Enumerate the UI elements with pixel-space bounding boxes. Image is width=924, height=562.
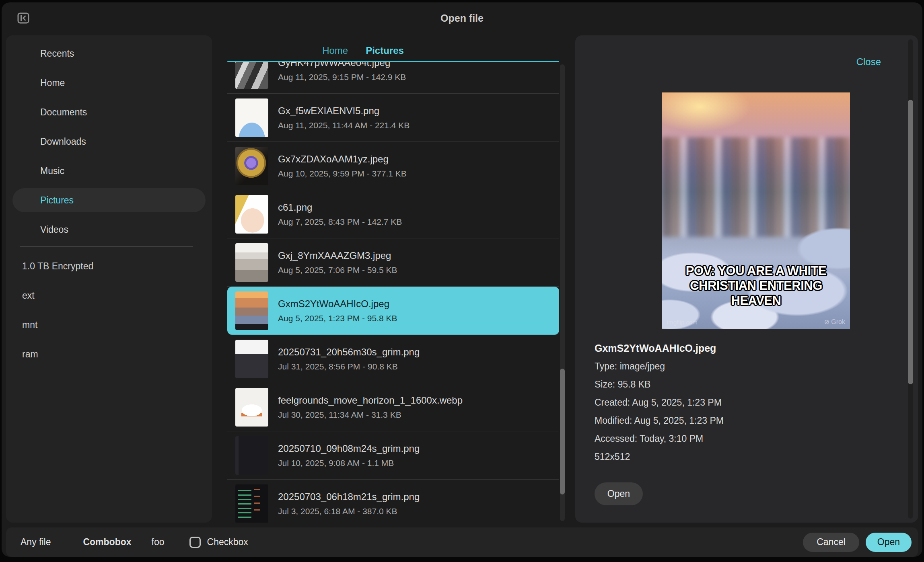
file-info: Gx7xZDAXoAAM1yz.jpegAug 10, 2025, 9:59 P…	[278, 154, 407, 178]
file-info: 20250731_20h56m30s_grim.pngJul 31, 2025,…	[278, 347, 420, 371]
file-thumbnail-bell-curve-chart	[235, 98, 268, 137]
file-row[interactable]: 20250731_20h56m30s_grim.pngJul 31, 2025,…	[227, 335, 559, 383]
file-row[interactable]: Gxj_8YmXAAAZGM3.jpegAug 5, 2025, 7:06 PM…	[227, 238, 559, 287]
sidebar-drives: 1.0 TB Encryptedextmntram	[6, 254, 212, 366]
file-meta: Aug 5, 2025, 1:23 PM - 95.8 KB	[278, 314, 397, 323]
file-name: feelgrounds_move_horizon_1_1600x.webp	[278, 395, 463, 406]
sidebar-item-recents[interactable]: Recents	[12, 41, 206, 66]
sidebar-drive-ext[interactable]: ext	[12, 283, 206, 308]
file-meta: Jul 30, 2025, 11:34 AM - 31.3 KB	[278, 410, 463, 420]
detail-lines: Type: image/jpegSize: 95.8 KBCreated: Au…	[595, 361, 724, 470]
sidebar-drive-ram[interactable]: ram	[12, 342, 206, 366]
sidebar-divider	[20, 246, 193, 247]
file-name: 20250710_09h08m24s_grim.png	[278, 443, 420, 454]
location-tabs: HomePictures	[227, 35, 559, 61]
meme-caption: POV: YOU ARE A WHITE CHRISTIAN ENTERING …	[664, 263, 848, 308]
footer-bar: Any file Combobox foo Checkbox Cancel Op…	[6, 527, 918, 557]
file-name: GyHK47pWWAAeo4t.jpeg	[278, 62, 406, 68]
sidebar-places: RecentsHomeDocumentsDownloadsMusicPictur…	[6, 41, 212, 242]
sidebar-drive-1-0-tb-encrypted[interactable]: 1.0 TB Encrypted	[12, 254, 206, 278]
file-meta: Aug 10, 2025, 9:59 PM - 377.1 KB	[278, 169, 407, 178]
file-meta: Jul 3, 2025, 6:18 AM - 387.0 KB	[278, 507, 420, 516]
file-name: 20250703_06h18m21s_grim.png	[278, 491, 420, 503]
file-browser: HomePictures GyHK47pWWAAeo4t.jpegAug 11,…	[227, 35, 559, 523]
file-thumbnail-crowd-meme	[235, 291, 268, 330]
sidebar-drive-mnt[interactable]: mnt	[12, 313, 206, 337]
places-sidebar: RecentsHomeDocumentsDownloadsMusicPictur…	[6, 35, 212, 523]
tab-home[interactable]: Home	[322, 45, 348, 56]
open-file-dialog: Open file RecentsHomeDocumentsDownloadsM…	[0, 0, 924, 562]
checkbox[interactable]	[189, 537, 201, 548]
file-info: c61.pngAug 7, 2025, 8:43 PM - 142.7 KB	[278, 202, 402, 227]
file-name: Gxj_8YmXAAAZGM3.jpeg	[278, 250, 397, 261]
file-row[interactable]: feelgrounds_move_horizon_1_1600x.webpJul…	[227, 383, 559, 431]
file-name: GxmS2YtWoAAHIcO.jpeg	[278, 298, 397, 310]
file-thumbnail-cat-photo	[235, 243, 268, 282]
file-info: 20250710_09h08m24s_grim.pngJul 10, 2025,…	[278, 443, 420, 468]
file-name: Gx_f5wEXIAENVI5.png	[278, 105, 410, 117]
file-info: GyHK47pWWAAeo4t.jpegAug 11, 2025, 9:15 P…	[278, 62, 406, 82]
dialog-title: Open file	[0, 12, 924, 24]
sidebar-item-downloads[interactable]: Downloads	[12, 129, 206, 154]
file-row[interactable]: 20250703_06h18m21s_grim.pngJul 3, 2025, …	[227, 480, 559, 523]
cancel-button[interactable]: Cancel	[803, 533, 859, 552]
sidebar-item-pictures[interactable]: Pictures	[12, 188, 206, 212]
preview-close-button[interactable]: Close	[856, 56, 881, 68]
file-name: Gx7xZDAXoAAM1yz.jpeg	[278, 154, 407, 165]
file-row[interactable]: c61.pngAug 7, 2025, 8:43 PM - 142.7 KB	[227, 190, 559, 238]
file-thumbnail-white-sneaker	[235, 388, 268, 427]
file-row[interactable]: Gx_f5wEXIAENVI5.pngAug 11, 2025, 11:44 A…	[227, 94, 559, 142]
file-list-scrollbar[interactable]	[560, 64, 565, 521]
file-meta: Jul 10, 2025, 9:08 AM - 1.1 MB	[278, 458, 420, 468]
file-name: 20250731_20h56m30s_grim.png	[278, 347, 420, 358]
file-list[interactable]: GyHK47pWWAAeo4t.jpegAug 11, 2025, 9:15 P…	[227, 62, 559, 523]
file-detail-line: Created: Aug 5, 2025, 1:23 PM	[595, 397, 724, 415]
preview-image: POV: YOU ARE A WHITE CHRISTIAN ENTERING …	[662, 92, 850, 329]
file-thumbnail-screenshot-light	[235, 340, 268, 378]
file-thumbnail-wojak-face	[235, 195, 268, 234]
combobox-value[interactable]: foo	[152, 537, 165, 548]
file-info: Gxj_8YmXAAAZGM3.jpegAug 5, 2025, 7:06 PM…	[278, 250, 397, 275]
sidebar-item-documents[interactable]: Documents	[12, 100, 206, 124]
file-row[interactable]: GxmS2YtWoAAHIcO.jpegAug 5, 2025, 1:23 PM…	[227, 287, 559, 335]
file-thumbnail-bw-crowd-photo	[235, 62, 268, 89]
file-meta: Jul 31, 2025, 8:56 PM - 90.8 KB	[278, 362, 420, 371]
sidebar-item-videos[interactable]: Videos	[12, 217, 206, 242]
file-list-scrollbar-thumb[interactable]	[560, 369, 565, 494]
file-info: Gx_f5wEXIAENVI5.pngAug 11, 2025, 11:44 A…	[278, 105, 410, 130]
file-meta: Aug 11, 2025, 11:44 AM - 221.4 KB	[278, 121, 410, 130]
open-button[interactable]: Open	[866, 533, 912, 552]
file-list-content: GyHK47pWWAAeo4t.jpegAug 11, 2025, 9:15 P…	[227, 62, 559, 523]
tab-pictures[interactable]: Pictures	[366, 45, 404, 56]
preview-scrollbar-thumb[interactable]	[908, 100, 913, 384]
file-info: 20250703_06h18m21s_grim.pngJul 3, 2025, …	[278, 491, 420, 516]
file-info: feelgrounds_move_horizon_1_1600x.webpJul…	[278, 395, 463, 420]
sidebar-item-home[interactable]: Home	[12, 71, 206, 95]
file-detail-line: Type: image/jpeg	[595, 361, 724, 379]
preview-panel: Close POV: YOU ARE A WHITE CHRISTIAN ENT…	[575, 35, 918, 523]
sidebar-item-music[interactable]: Music	[12, 159, 206, 183]
file-filter-selector[interactable]: Any file	[21, 537, 51, 548]
file-name: c61.png	[278, 202, 402, 213]
file-detail-line: Size: 95.8 KB	[595, 379, 724, 397]
file-details: GxmS2YtWoAAHIcO.jpeg Type: image/jpegSiz…	[595, 343, 724, 470]
file-row[interactable]: Gx7xZDAXoAAM1yz.jpegAug 10, 2025, 9:59 P…	[227, 142, 559, 190]
file-meta: Aug 11, 2025, 9:15 PM - 142.9 KB	[278, 72, 406, 82]
file-row[interactable]: 20250710_09h08m24s_grim.pngJul 10, 2025,…	[227, 431, 559, 480]
preview-open-button[interactable]: Open	[595, 482, 643, 505]
watermark-grok: ⊘ Grok	[824, 318, 845, 326]
file-meta: Aug 7, 2025, 8:43 PM - 142.7 KB	[278, 217, 402, 227]
file-meta: Aug 5, 2025, 7:06 PM - 59.5 KB	[278, 265, 397, 275]
file-detail-line: Accessed: Today, 3:10 PM	[595, 433, 724, 451]
file-detail-line: Modified: Aug 5, 2025, 1:23 PM	[595, 415, 724, 433]
file-thumbnail-screenshot-code	[235, 484, 268, 523]
file-thumbnail-screenshot-dark	[235, 436, 268, 475]
watermark-imgflip: imgflip.com	[667, 319, 698, 326]
file-row[interactable]: GyHK47pWWAAeo4t.jpegAug 11, 2025, 9:15 P…	[227, 62, 559, 94]
file-thumbnail-gold-ring	[235, 147, 268, 185]
file-detail-line: 512x512	[595, 451, 724, 470]
meme-caption-line2: CHRISTIAN ENTERING HEAVEN	[664, 278, 848, 308]
checkbox-label: Checkbox	[207, 537, 248, 548]
detail-filename: GxmS2YtWoAAHIcO.jpeg	[595, 343, 724, 361]
meme-caption-line1: POV: YOU ARE A WHITE	[664, 263, 848, 278]
